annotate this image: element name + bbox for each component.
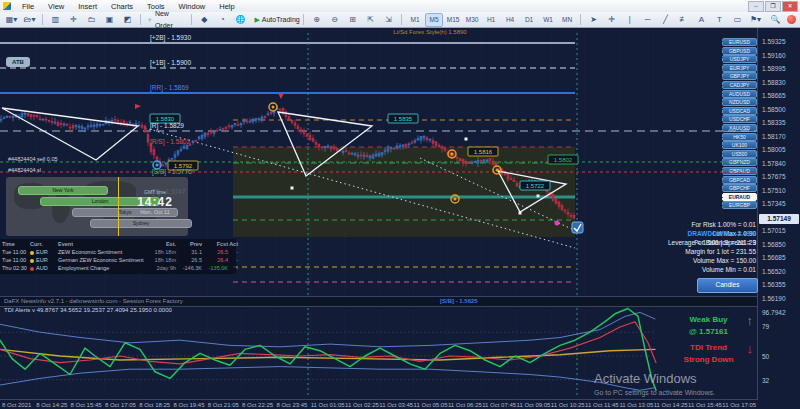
timeframe-m30[interactable]: M30 xyxy=(463,13,481,27)
event-est: 2day 9h xyxy=(148,265,176,271)
hline-icon[interactable]: ─ xyxy=(639,13,656,27)
channel-icon[interactable]: ≢ xyxy=(675,13,692,27)
close-button[interactable]: ✕ xyxy=(782,1,798,12)
menu-insert[interactable]: Insert xyxy=(71,1,104,12)
market-watch-icon[interactable]: ▥ xyxy=(47,13,64,27)
vline-icon[interactable]: ∣ xyxy=(621,13,638,27)
rectangle-icon[interactable]: ▭ xyxy=(729,13,746,27)
timeframe-d1[interactable]: D1 xyxy=(520,13,538,27)
atb-button[interactable]: ATB xyxy=(6,57,30,67)
label-icon[interactable]: T xyxy=(711,13,728,27)
timeframe-h1[interactable]: H1 xyxy=(482,13,500,27)
timeframe-m1[interactable]: M1 xyxy=(406,13,424,27)
trendline-icon[interactable]: ╱ xyxy=(657,13,674,27)
price-tag-text: 1.5722 xyxy=(526,183,545,189)
candle-body xyxy=(396,146,398,148)
candle-body xyxy=(183,146,185,148)
candle-body xyxy=(75,125,77,126)
candle-body xyxy=(66,124,68,125)
text-icon[interactable]: A xyxy=(693,13,710,27)
autotrading-button[interactable]: ▶ AutoTrading xyxy=(252,13,302,27)
event-act: - xyxy=(228,249,238,255)
time-label: 11 Oct 01:05 xyxy=(311,402,345,408)
currency-dot xyxy=(30,251,34,255)
event-name: Employment Change xyxy=(58,265,148,271)
candle-body xyxy=(420,136,422,140)
calendar-row[interactable]: Tue 11:00EURGerman ZEW Economic Sentimen… xyxy=(0,256,236,264)
candle-body xyxy=(237,125,239,126)
strategy-tester-icon[interactable]: ◩ xyxy=(119,13,136,27)
timeframe-m15[interactable]: M15 xyxy=(444,13,462,27)
candle-body xyxy=(516,183,518,186)
candle-body xyxy=(333,147,335,148)
candle-body xyxy=(321,147,323,148)
tdi-scale-tick: 79 xyxy=(762,323,769,330)
newsinfo-credit: DaFX NewsInfo v2.7.1 - dafxnewsinfo.com … xyxy=(4,298,183,304)
candle-body xyxy=(57,123,59,126)
tdi-upper-band xyxy=(0,312,655,346)
new-order-button[interactable]: ＋ New Order xyxy=(142,13,190,27)
timeframe-h4[interactable]: H4 xyxy=(501,13,519,27)
candle-body xyxy=(279,109,281,110)
candle-body xyxy=(234,123,236,124)
zoom-in-icon[interactable]: ⊕ xyxy=(308,13,325,27)
currency-dot xyxy=(30,267,34,271)
menu-charts[interactable]: Charts xyxy=(104,1,140,12)
navigator-icon[interactable]: 🗀 xyxy=(83,13,100,27)
candle-body xyxy=(72,126,74,129)
menu-view[interactable]: View xyxy=(41,1,71,12)
candle-body xyxy=(246,121,248,122)
indicator-separator[interactable]: DaFX NewsInfo v2.7.1 - dafxnewsinfo.com … xyxy=(0,296,757,307)
calendar-row[interactable]: Tue 11:00EURZEW Economic Sentiment18h 18… xyxy=(0,248,236,256)
chart-shift-icon[interactable]: ⇱ xyxy=(362,13,379,27)
new-chart-icon[interactable]: ▦▾ xyxy=(3,13,20,27)
candle-body xyxy=(177,151,179,155)
menu-help[interactable]: Help xyxy=(212,1,241,12)
candle-body xyxy=(387,149,389,152)
currency-dot xyxy=(30,259,34,263)
data-window-icon[interactable]: ✛ xyxy=(65,13,82,27)
candle-body xyxy=(507,174,509,179)
search-icon[interactable]: 🔍 xyxy=(767,13,784,27)
zoom-out-icon[interactable]: ⊖ xyxy=(326,13,343,27)
web-icon[interactable]: 🌐 xyxy=(232,13,249,27)
candle-body xyxy=(426,138,428,140)
candle-body xyxy=(207,133,209,135)
event-time: Tue 11:00 xyxy=(2,249,30,255)
level-label: [S/B] - 1.5776 xyxy=(152,168,192,176)
price-tick: 1.58830 xyxy=(762,79,786,86)
profiles-icon[interactable]: 🗁▾ xyxy=(21,13,38,27)
time-label: 11 Oct 02:25 xyxy=(345,402,379,408)
tile-windows-icon[interactable]: ⊞ xyxy=(344,13,361,27)
time-axis[interactable]: 8 Oct 20218 Oct 14:258 Oct 15:458 Oct 17… xyxy=(0,399,757,409)
calendar-row[interactable]: Thu 02:30AUDEmployment Change2day 9h-146… xyxy=(0,264,236,272)
crosshair-icon[interactable]: ✛ xyxy=(603,13,620,27)
event-name: ZEW Economic Sentiment xyxy=(58,249,148,255)
candle-body xyxy=(369,156,371,158)
arrows-icon[interactable]: ⚑▾ xyxy=(747,13,764,27)
timeframe-m5[interactable]: M5 xyxy=(425,13,443,27)
candle-body xyxy=(510,179,512,180)
menu-file[interactable]: File xyxy=(15,1,41,12)
terminal-icon[interactable]: ▣ xyxy=(101,13,118,27)
minimize-button[interactable]: – xyxy=(748,1,764,12)
candle-body xyxy=(129,122,131,123)
price-axis[interactable]: 1.593251.591601.589951.588301.586651.585… xyxy=(757,27,800,400)
live-update-icon[interactable] xyxy=(787,15,796,24)
candle-body xyxy=(24,113,26,114)
history-icon[interactable]: ◔ xyxy=(214,13,231,27)
timeframe-mn[interactable]: MN xyxy=(558,13,576,27)
candles-button[interactable]: Candles xyxy=(697,278,758,293)
candle-body xyxy=(96,124,98,126)
price-tick: 1.57510 xyxy=(762,187,786,194)
auto-scroll-icon[interactable]: ⇲ xyxy=(380,13,397,27)
sell-arrow-icon xyxy=(278,93,284,99)
candle-body xyxy=(81,126,83,128)
risk-info-line: Margin for 1 lot = 231.55 xyxy=(560,247,756,256)
restore-button[interactable]: ❐ xyxy=(765,1,781,12)
timeframe-w1[interactable]: W1 xyxy=(539,13,557,27)
cursor-icon[interactable]: ➤ xyxy=(585,13,602,27)
indicators-icon[interactable]: ◆ xyxy=(196,13,213,27)
mt4-window: FileViewInsertChartsToolsWindowHelp – ❐ … xyxy=(0,0,800,409)
candle-body xyxy=(204,133,206,136)
